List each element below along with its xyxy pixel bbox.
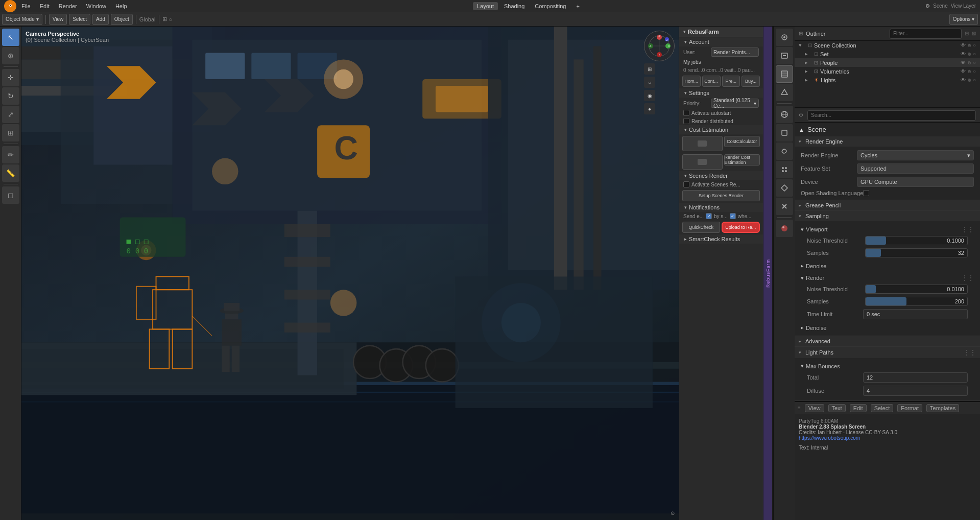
te-format-btn[interactable]: Format [897,404,922,412]
render-noise-slider[interactable]: 0.0100 [865,285,968,294]
light-paths-header[interactable]: ▾ Light Paths ⋮⋮ [795,347,980,358]
people-cursor[interactable]: 🖱 [967,60,972,65]
my-jobs-link[interactable]: My jobs [683,59,701,65]
viewport-shading-solid[interactable]: ○ [644,77,655,88]
sampling-header[interactable]: ▾ Sampling [795,211,980,221]
te-text-btn[interactable]: Text [828,404,846,412]
workspace-shading[interactable]: Shading [500,2,529,10]
render-engine-dropdown[interactable]: Cycles ▾ [857,150,974,160]
viewport-sub-header[interactable]: ▾ Viewport ⋮⋮ [801,224,974,234]
measure-tool[interactable]: 📏 [2,164,19,182]
denoise-sub-header-1[interactable]: ▸ Denoise [801,261,974,271]
prop-world-icon[interactable] [776,106,793,123]
people-render[interactable]: ○ [973,60,976,65]
menu-render[interactable]: Render [55,2,81,10]
viewport-gizmo[interactable]: Z Z X -X Y [644,31,675,61]
transform-tool[interactable]: ⊞ [2,124,19,141]
outliner-filter-icon[interactable]: ⊟ [965,31,969,36]
advanced-header[interactable]: ▸ Advanced [795,336,980,346]
add-btn[interactable]: Add [92,14,109,25]
prop-output-icon[interactable] [776,47,793,64]
setup-scenes-btn[interactable]: Setup Scenes Render [682,190,760,201]
prop-object-icon[interactable] [776,124,793,141]
te-select-btn[interactable]: Select [871,404,894,412]
cursor-tool[interactable]: ⊕ [2,47,19,64]
prop-modifier-icon[interactable] [776,143,793,160]
by-s-checkbox[interactable] [706,213,712,219]
mode-selector[interactable]: Object Mode ▾ [2,14,42,25]
feature-set-dropdown[interactable]: Supported [857,163,974,174]
render-menu-icon[interactable]: ⋮⋮ [962,274,974,281]
cost-calc-btn[interactable]: CostCalculator [724,136,760,147]
lights-render[interactable]: ○ [973,77,976,83]
autostart-checkbox[interactable] [683,110,689,116]
annotate-tool[interactable]: ✏ [2,146,19,163]
te-edit-btn[interactable]: Edit [850,404,867,412]
snap-icon[interactable]: ⊞ [162,16,167,22]
denoise-sub-header-2[interactable]: ▸ Denoise [801,323,974,333]
viewport-shading-render[interactable]: ● [644,103,655,114]
grease-pencil-header[interactable]: ▸ Grease Pencil [795,200,980,210]
noise-threshold-slider[interactable]: 0.1000 [865,236,968,245]
transform-global[interactable]: Global [139,16,156,22]
set-render[interactable]: ○ [973,51,976,57]
smartcheck-header[interactable]: ▸ SmartCheck Results [679,234,763,244]
proportional-icon[interactable]: ○ [169,16,173,22]
scene-selector[interactable]: Scene [933,3,947,9]
rotate-tool[interactable]: ↻ [2,87,19,105]
properties-search-input[interactable] [807,110,976,121]
perspective-toggle[interactable]: ⊞ [644,63,655,75]
render-points-field[interactable]: Render Points... [711,48,759,57]
render-sub-header[interactable]: ▾ Render ⋮⋮ [801,273,974,283]
scene-col-cursor[interactable]: 🖱 [967,42,972,48]
set-cursor[interactable]: 🖱 [967,51,972,57]
menu-help[interactable]: Help [111,2,131,10]
outliner-people[interactable]: ▸ ⊡ People 👁 🖱 ○ [795,58,980,67]
rebus-main-header[interactable]: ▾ RebusFarm [679,27,763,37]
lights-cursor[interactable]: 🖱 [967,77,972,83]
menu-file[interactable]: File [17,2,35,10]
workspace-layout[interactable]: Layout [473,2,498,10]
prop-physics-icon[interactable] [776,179,793,197]
scale-tool[interactable]: ⤢ [2,106,19,123]
render-section-header[interactable]: ▾ Render Engine [795,136,980,147]
buy-btn[interactable]: Buy... [742,76,760,87]
quickcheck-btn[interactable]: QuickCheck [682,222,720,233]
cost-estimation-header[interactable]: ▾ Cost Estimation [679,125,763,134]
time-limit-field[interactable]: 0 sec [863,309,968,319]
menu-edit[interactable]: Edit [36,2,54,10]
move-tool[interactable]: ✛ [2,69,19,86]
vol-cursor[interactable]: 🖱 [967,68,972,74]
rebus-side-strip[interactable]: RebusFarm [763,27,772,520]
select-tool[interactable]: ↖ [2,29,19,46]
max-bounces-header[interactable]: ▾ Max Bounces [801,361,974,371]
viewport-menu-icon[interactable]: ⋮⋮ [962,226,974,233]
outliner-volumetrics[interactable]: ▸ ⊡ Volumetrics 👁 🖱 ○ [795,67,980,76]
object-btn[interactable]: Object [111,14,133,25]
outliner-set[interactable]: ▸ ⊡ Set 👁 🖱 ○ [795,50,980,58]
select-btn[interactable]: Select [69,14,90,25]
vol-render[interactable]: ○ [973,68,976,74]
prop-material-icon[interactable] [776,220,793,237]
menu-window[interactable]: Window [82,2,110,10]
vol-eye[interactable]: 👁 [961,68,966,74]
workspace-add[interactable]: + [572,2,583,10]
te-templates-btn[interactable]: Templates [926,404,959,412]
prop-constraints-icon[interactable] [776,198,793,215]
outliner-lights[interactable]: ▸ ☀ Lights 👁 🖱 ○ [795,76,980,84]
open-shading-checkbox[interactable] [863,190,869,196]
prop-particles-icon[interactable] [776,161,793,178]
te-view-btn[interactable]: View [805,404,824,412]
device-dropdown[interactable]: GPU Compute [857,177,974,187]
notifications-header[interactable]: ▾ Notifications [679,203,763,212]
prop-scene-icon[interactable] [776,84,793,101]
scene-col-eye[interactable]: 👁 [961,42,966,48]
outliner-search[interactable] [890,29,962,39]
viewport-shading-material[interactable]: ◉ [644,90,655,101]
account-header[interactable]: ▾ Account [679,37,763,46]
diffuse-field[interactable]: 4 [863,386,968,396]
priority-dropdown[interactable]: Standard (0.125 Ce... ▾ [711,99,759,108]
add-cube-tool[interactable]: ◻ [2,186,19,204]
view-layer-selector[interactable]: View Layer [951,3,976,9]
settings-header[interactable]: ▾ Settings [679,88,763,98]
